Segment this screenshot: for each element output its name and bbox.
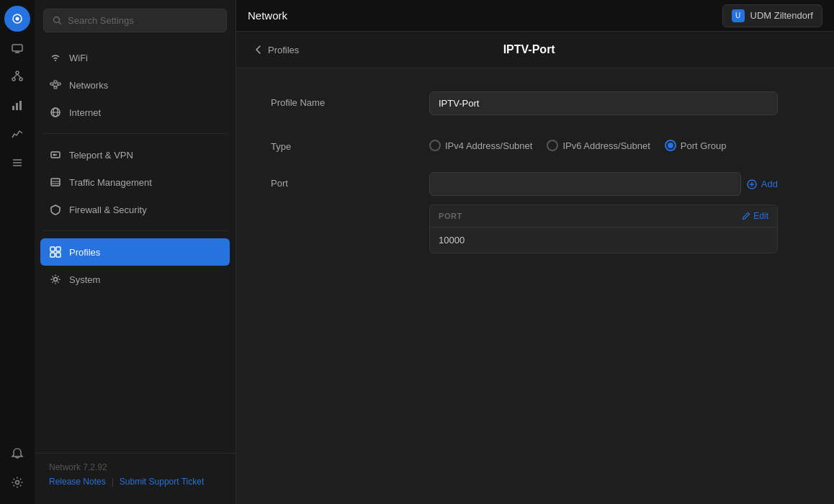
svg-rect-20 (54, 81, 57, 83)
type-control: IPv4 Address/Subnet IPv6 Address/Subnet … (429, 135, 778, 151)
top-bar: Network U UDM Ziltendorf (236, 0, 834, 32)
sidebar-label-system: System (69, 274, 100, 285)
type-row: Type IPv4 Address/Subnet IPv6 Address/Su… (271, 135, 778, 152)
breadcrumb-back[interactable]: Profiles (254, 45, 299, 55)
svg-line-9 (17, 74, 21, 78)
svg-point-1 (16, 17, 19, 21)
port-column-header: PORT (439, 212, 462, 220)
sidebar-item-teleport[interactable]: Teleport & VPN (40, 141, 230, 168)
sidebar-item-networks[interactable]: Networks (40, 71, 230, 99)
sidebar-label-traffic: Traffic Management (69, 177, 152, 188)
rail-stats[interactable] (4, 92, 30, 118)
svg-point-5 (16, 71, 19, 74)
svg-rect-22 (54, 86, 57, 89)
teleport-icon (49, 148, 62, 161)
system-icon (49, 273, 62, 286)
sidebar: WiFi Networks (35, 0, 236, 504)
port-input[interactable] (429, 172, 741, 196)
edit-button[interactable]: Edit (742, 211, 768, 221)
sidebar-footer: Network 7.2.92 Release Notes | Submit Su… (35, 453, 236, 495)
port-control: Add PORT Edit (429, 172, 778, 253)
rail-charts[interactable] (4, 121, 30, 147)
search-input[interactable] (68, 15, 218, 26)
radio-ipv4[interactable]: IPv4 Address/Subnet (429, 140, 532, 151)
radio-circle-ipv4 (429, 140, 441, 151)
rail-notifications[interactable] (4, 441, 30, 467)
sidebar-item-system[interactable]: System (40, 266, 230, 293)
device-icon: U (732, 9, 745, 22)
svg-rect-37 (50, 253, 55, 257)
nav-group-main: WiFi Networks (35, 44, 236, 126)
radio-port-group[interactable]: Port Group (665, 140, 727, 151)
search-bar[interactable] (43, 9, 227, 32)
internet-icon (49, 106, 62, 119)
radio-circle-port-group (665, 140, 676, 151)
port-table: PORT Edit 10000 (429, 204, 778, 253)
sidebar-item-profiles[interactable]: Profiles (40, 238, 230, 266)
device-badge[interactable]: U UDM Ziltendorf (722, 4, 822, 27)
port-input-row: Add (429, 172, 778, 196)
sidebar-item-wifi[interactable]: WiFi (40, 44, 230, 71)
svg-rect-12 (19, 101, 22, 110)
app-title: Network (248, 9, 287, 22)
rail-settings[interactable] (4, 469, 30, 495)
svg-point-39 (54, 278, 58, 282)
profiles-icon (49, 246, 62, 258)
device-name: UDM Ziltendorf (750, 10, 813, 21)
profile-name-row: Profile Name (271, 91, 778, 115)
link-separator: | (112, 477, 114, 487)
svg-line-18 (59, 22, 62, 25)
networks-icon (49, 78, 62, 91)
sidebar-label-profiles: Profiles (69, 247, 100, 258)
divider-1 (43, 133, 227, 134)
svg-rect-21 (58, 83, 60, 85)
svg-point-16 (16, 481, 19, 485)
add-port-button[interactable]: Add (747, 179, 778, 189)
port-table-header: PORT Edit (430, 205, 777, 228)
svg-point-7 (19, 78, 22, 81)
sidebar-label-internet: Internet (69, 107, 101, 118)
svg-line-24 (52, 85, 55, 86)
rail-home[interactable] (4, 6, 30, 32)
port-section: Add PORT Edit (429, 172, 778, 253)
port-label: Port (271, 172, 429, 189)
svg-rect-19 (50, 83, 53, 85)
wifi-icon (49, 51, 62, 64)
nav-group-bottom: Profiles System (35, 238, 236, 293)
svg-rect-36 (56, 247, 60, 251)
divider-2 (43, 230, 227, 231)
add-label: Add (761, 179, 778, 189)
radio-ipv6[interactable]: IPv6 Address/Subnet (547, 140, 650, 151)
radio-label-ipv6: IPv6 Address/Subnet (562, 140, 650, 151)
sidebar-item-internet[interactable]: Internet (40, 99, 230, 126)
support-ticket-link[interactable]: Submit Support Ticket (120, 477, 204, 487)
svg-line-8 (14, 74, 17, 78)
version-text: Network 7.2.92 (49, 462, 221, 472)
breadcrumb-label: Profiles (268, 45, 299, 55)
svg-rect-35 (50, 247, 55, 251)
radio-group: IPv4 Address/Subnet IPv6 Address/Subnet … (429, 135, 778, 151)
sidebar-item-traffic[interactable]: Traffic Management (40, 168, 230, 196)
form-section: Profile Name Type IPv4 Address/Subnet (236, 68, 812, 297)
profile-name-input[interactable] (429, 91, 778, 115)
svg-rect-38 (56, 253, 60, 257)
sidebar-label-networks: Networks (69, 80, 108, 91)
rail-devices[interactable] (4, 35, 30, 60)
icon-rail (0, 0, 35, 504)
footer-links: Release Notes | Submit Support Ticket (49, 477, 221, 487)
svg-rect-2 (12, 45, 22, 51)
type-label: Type (271, 135, 429, 152)
rail-topology[interactable] (4, 63, 30, 89)
port-value-row: 10000 (430, 228, 777, 253)
top-bar-right: U UDM Ziltendorf (722, 4, 822, 27)
nav-group-advanced: Teleport & VPN Traffic Management Firewa… (35, 141, 236, 223)
port-value: 10000 (439, 235, 465, 246)
sidebar-item-firewall[interactable]: Firewall & Security (40, 196, 230, 223)
radio-label-ipv4: IPv4 Address/Subnet (445, 140, 532, 151)
sidebar-label-firewall: Firewall & Security (69, 204, 147, 215)
svg-rect-32 (51, 179, 60, 186)
port-row: Port Add (271, 172, 778, 253)
main-area: Network U UDM Ziltendorf Profiles IPTV-P… (236, 0, 834, 504)
rail-list[interactable] (4, 150, 30, 176)
release-notes-link[interactable]: Release Notes (49, 477, 106, 487)
